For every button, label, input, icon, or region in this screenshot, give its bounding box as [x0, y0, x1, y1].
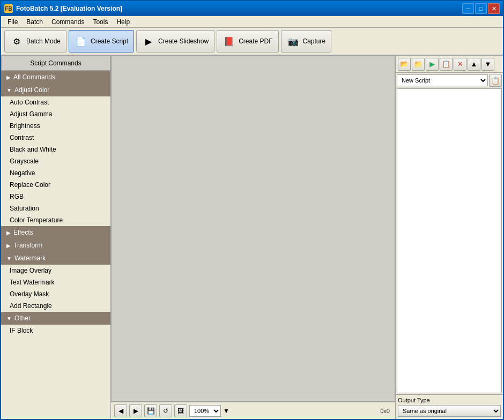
image-button[interactable]: 🖼	[174, 404, 187, 417]
coords-display: 0x0	[380, 408, 392, 414]
adjust-color-label: Adjust Color	[14, 86, 49, 94]
delete-step-button[interactable]: ✕	[454, 58, 466, 71]
title-controls: ─ □ ✕	[462, 3, 500, 14]
create-slideshow-label: Create Slideshow	[158, 38, 209, 45]
sidebar-item-text-watermark[interactable]: Text Watermark	[1, 276, 110, 288]
menu-bar: File Batch Commands Tools Help	[1, 16, 503, 28]
adjust-color-arrow: ▼	[6, 87, 12, 93]
sidebar-item-color-temperature[interactable]: Color Temperature	[1, 214, 110, 226]
main-toolbar: ⚙ Batch Mode 📄 Create Script ▶ Create Sl…	[1, 28, 503, 56]
menu-file[interactable]: File	[3, 17, 22, 27]
reset-button[interactable]: ↺	[159, 404, 172, 417]
sidebar-header: Script Commands	[1, 56, 110, 71]
menu-tools[interactable]: Tools	[88, 17, 112, 27]
canvas[interactable]	[111, 56, 395, 402]
create-pdf-button[interactable]: 📕 Create PDF	[217, 30, 278, 52]
watermark-label: Watermark	[14, 254, 46, 262]
menu-commands[interactable]: Commands	[47, 17, 88, 27]
move-down-button[interactable]: ▼	[481, 58, 494, 71]
sidebar-item-negative[interactable]: Negative	[1, 167, 110, 179]
menu-batch[interactable]: Batch	[22, 17, 47, 27]
create-slideshow-button[interactable]: ▶ Create Slideshow	[136, 30, 214, 52]
right-toolbar: 📂 📁 ▶ 📋 ✕ ▲ ▼	[396, 56, 503, 73]
zoom-arrow: ▼	[223, 407, 229, 415]
window-title: FotoBatch 5.2 [Evaluation Version]	[16, 5, 122, 12]
next-button[interactable]: ▶	[129, 404, 142, 417]
sidebar: Script Commands ▶ All Commands ▼ Adjust …	[1, 56, 111, 419]
center-area: ◀ ▶ 💾 ↺ 🖼 100% 50% 75% 125% 150% 200% ▼ …	[111, 56, 396, 419]
batch-mode-icon: ⚙	[10, 35, 23, 48]
create-pdf-icon: 📕	[223, 35, 235, 48]
capture-icon: 📷	[287, 35, 300, 48]
new-script-button[interactable]: 📁	[412, 58, 425, 71]
capture-button[interactable]: 📷 Capture	[281, 30, 332, 52]
sidebar-section-other[interactable]: ▼ Other	[1, 312, 110, 325]
move-up-button[interactable]: ▲	[468, 58, 480, 71]
bottom-toolbar: ◀ ▶ 💾 ↺ 🖼 100% 50% 75% 125% 150% 200% ▼ …	[111, 402, 395, 419]
main-window: FB FotoBatch 5.2 [Evaluation Version] ─ …	[0, 0, 504, 420]
prev-button[interactable]: ◀	[114, 404, 127, 417]
sidebar-item-if-block[interactable]: IF Block	[1, 325, 110, 336]
sidebar-item-black-and-white[interactable]: Black and White	[1, 144, 110, 155]
script-list[interactable]	[397, 88, 502, 393]
sidebar-item-adjust-gamma[interactable]: Adjust Gamma	[1, 108, 110, 120]
create-script-label: Create Script	[91, 38, 128, 45]
create-slideshow-icon: ▶	[142, 35, 155, 48]
app-icon: FB	[4, 4, 13, 13]
all-commands-arrow: ▶	[6, 74, 11, 80]
zoom-select[interactable]: 100% 50% 75% 125% 150% 200%	[189, 405, 221, 417]
script-dropdown-area: New Script 📋	[396, 73, 503, 87]
sidebar-item-image-overlay[interactable]: Image Overlay	[1, 265, 110, 276]
batch-mode-button[interactable]: ⚙ Batch Mode	[4, 30, 66, 52]
script-options-button[interactable]: 📋	[489, 74, 502, 87]
other-arrow: ▼	[6, 316, 12, 321]
effects-arrow: ▶	[6, 230, 11, 236]
sidebar-section-all-commands[interactable]: ▶ All Commands	[1, 71, 110, 84]
sidebar-section-watermark[interactable]: ▼ Watermark	[1, 252, 110, 265]
sidebar-item-saturation[interactable]: Saturation	[1, 202, 110, 214]
right-panel: 📂 📁 ▶ 📋 ✕ ▲ ▼ New Script 📋 Output Type	[396, 56, 503, 419]
sidebar-item-rgb[interactable]: RGB	[1, 191, 110, 202]
title-bar: FB FotoBatch 5.2 [Evaluation Version] ─ …	[1, 1, 503, 16]
sidebar-item-auto-contrast[interactable]: Auto Contrast	[1, 96, 110, 108]
create-pdf-label: Create PDF	[239, 38, 272, 45]
sidebar-item-contrast[interactable]: Contrast	[1, 132, 110, 144]
main-content: Script Commands ▶ All Commands ▼ Adjust …	[1, 56, 503, 419]
other-label: Other	[14, 314, 31, 322]
sidebar-item-add-rectangle[interactable]: Add Rectangle	[1, 300, 110, 312]
run-script-button[interactable]: ▶	[426, 58, 439, 71]
script-dropdown[interactable]: New Script	[397, 74, 488, 86]
sidebar-section-adjust-color[interactable]: ▼ Adjust Color	[1, 84, 110, 96]
capture-label: Capture	[303, 38, 326, 45]
output-type-area: Output Type Same as original JPEG PNG BM…	[396, 394, 503, 419]
minimize-button[interactable]: ─	[462, 3, 474, 14]
open-script-button[interactable]: 📂	[398, 58, 411, 71]
output-type-label: Output Type	[398, 397, 501, 403]
maximize-button[interactable]: □	[475, 3, 487, 14]
transform-arrow: ▶	[6, 243, 11, 249]
save-script-button[interactable]: 📋	[440, 58, 453, 71]
create-script-icon: 📄	[75, 35, 87, 48]
save-button[interactable]: 💾	[144, 404, 157, 417]
effects-label: Effects	[13, 229, 33, 236]
sidebar-section-transform[interactable]: ▶ Transform	[1, 239, 110, 252]
menu-help[interactable]: Help	[112, 17, 134, 27]
watermark-arrow: ▼	[6, 256, 12, 261]
create-script-button[interactable]: 📄 Create Script	[69, 30, 134, 52]
sidebar-item-replace-color[interactable]: Replace Color	[1, 179, 110, 191]
sidebar-item-grayscale[interactable]: Grayscale	[1, 155, 110, 167]
sidebar-section-effects[interactable]: ▶ Effects	[1, 226, 110, 239]
sidebar-item-overlay-mask[interactable]: Overlay Mask	[1, 288, 110, 300]
transform-label: Transform	[13, 242, 42, 249]
output-type-select[interactable]: Same as original JPEG PNG BMP TIFF GIF	[398, 405, 501, 417]
title-bar-left: FB FotoBatch 5.2 [Evaluation Version]	[4, 4, 122, 13]
sidebar-item-brightness[interactable]: Brightness	[1, 120, 110, 132]
close-button[interactable]: ✕	[488, 3, 500, 14]
all-commands-label: All Commands	[13, 73, 55, 81]
batch-mode-label: Batch Mode	[26, 38, 61, 45]
